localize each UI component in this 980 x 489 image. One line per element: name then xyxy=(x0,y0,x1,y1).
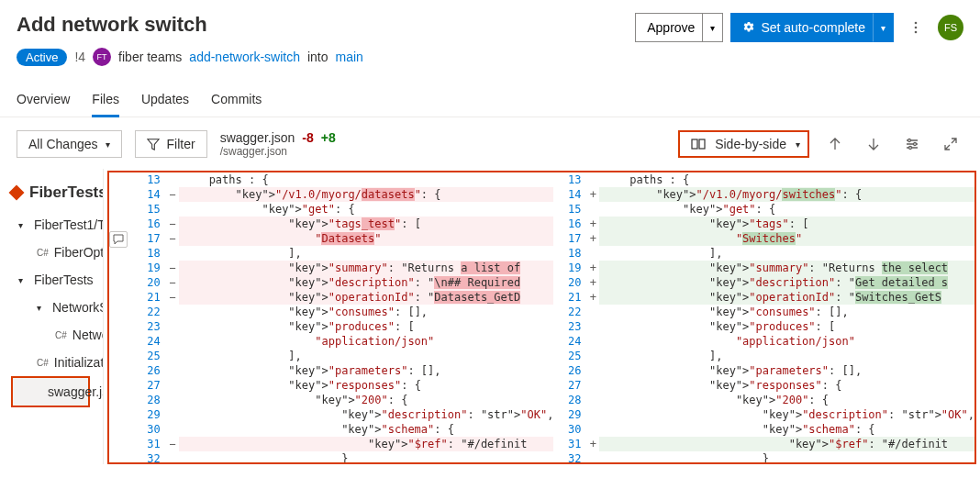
svg-point-7 xyxy=(909,147,912,150)
diff-line[interactable]: 18 ], xyxy=(553,246,974,261)
filter-button[interactable]: Filter xyxy=(135,130,207,158)
dots-icon xyxy=(908,20,923,35)
diff-line[interactable]: 13 paths : { xyxy=(133,172,554,187)
next-diff-button[interactable] xyxy=(861,131,886,157)
diff-line[interactable]: 22 "key">"consumes": [], xyxy=(553,305,974,319)
view-mode-dropdown[interactable]: Side-by-side ▾ xyxy=(678,130,809,158)
autocomplete-button-group[interactable]: Set auto-complete ▾ xyxy=(730,13,894,42)
expand-button[interactable] xyxy=(938,131,963,157)
diff-line[interactable]: 16− "key">"tags_test": [ xyxy=(133,217,554,231)
user-avatar[interactable]: FS xyxy=(938,15,963,40)
diff-line[interactable]: 17+ "Switches" xyxy=(553,231,974,246)
diff-line[interactable]: 30 "key">"schema": { xyxy=(133,422,554,437)
diff-right-pane[interactable]: 13 paths : {14+ "key">"/v1.0/myorg/switc… xyxy=(553,172,974,462)
diff-line[interactable]: 24 "application/json" xyxy=(133,334,554,349)
diff-line[interactable]: 14+ "key">"/v1.0/myorg/switches": { xyxy=(553,187,974,202)
gear-icon xyxy=(742,21,755,34)
diff-line[interactable]: 17− "Datasets" xyxy=(133,231,554,246)
diff-left-pane[interactable]: 13 paths : {14− "key">"/v1.0/myorg/datas… xyxy=(133,172,554,462)
chevron-down-icon: ▾ xyxy=(881,23,885,33)
diff-line[interactable]: 27 "key">"responses": { xyxy=(553,378,974,393)
diff-line[interactable]: 30 "key">"schema": { xyxy=(553,422,974,437)
diff-line[interactable]: 32 } xyxy=(133,451,554,462)
diff-line[interactable]: 28 "key">"200": { xyxy=(133,393,554,407)
diff-line[interactable]: 15 "key">"get": { xyxy=(553,202,974,217)
tree-label: swagger.json xyxy=(48,384,104,399)
csharp-icon: C# xyxy=(37,248,49,258)
tab-overview[interactable]: Overview xyxy=(17,84,70,117)
arrow-up-icon xyxy=(828,137,842,151)
approve-chevron[interactable]: ▾ xyxy=(702,13,723,42)
diff-line[interactable]: 24 "application/json" xyxy=(553,334,974,349)
tree-folder[interactable]: ▾ FiberTest1/Transceivers xyxy=(7,211,94,239)
diff-line[interactable]: 25 ], xyxy=(133,349,554,363)
project-name-label: FiberTests xyxy=(29,183,104,202)
diff-line[interactable]: 25 ], xyxy=(553,349,974,363)
more-actions-button[interactable] xyxy=(901,13,930,42)
file-summary: swagger.json -8 +8 /swagger.json xyxy=(220,130,336,158)
autocomplete-button[interactable]: Set auto-complete xyxy=(730,13,873,42)
diff-line[interactable]: 29 "key">"description": "str">"OK", xyxy=(133,407,554,422)
diff-line[interactable]: 31− "key">"$ref": "#/definit xyxy=(133,437,554,451)
svg-rect-3 xyxy=(692,139,697,149)
diff-viewer: 13 paths : {14− "key">"/v1.0/myorg/datas… xyxy=(109,172,974,462)
diff-line[interactable]: 15 "key">"get": { xyxy=(133,202,554,217)
diff-line[interactable]: 13 paths : { xyxy=(553,172,974,187)
chevron-down-icon: ▾ xyxy=(106,139,110,150)
filter-label: Filter xyxy=(167,137,195,151)
target-branch-link[interactable]: main xyxy=(336,50,363,64)
diff-line[interactable]: 23 "key">"produces": [ xyxy=(553,319,974,334)
prev-diff-button[interactable] xyxy=(822,131,848,157)
tab-commits[interactable]: Commits xyxy=(211,84,262,117)
diff-line[interactable]: 21− "key">"operationId": "Datasets_GetD xyxy=(133,290,554,305)
svg-point-5 xyxy=(908,139,911,142)
tree-file[interactable]: C# NetworkSwitch.cs + xyxy=(7,321,94,349)
autocomplete-chevron[interactable]: ▾ xyxy=(873,13,894,42)
tab-files[interactable]: Files xyxy=(92,84,119,117)
diff-line[interactable]: 26 "key">"parameters": [], xyxy=(133,363,554,378)
diff-line[interactable]: 28 "key">"200": { xyxy=(553,393,974,407)
tree-label: NetworkSwitch.cs xyxy=(72,328,104,342)
pr-number: !4 xyxy=(74,50,85,64)
diff-line[interactable]: 19+ "key">"summary": "Returns the select xyxy=(553,261,974,275)
csharp-icon: C# xyxy=(55,330,67,340)
into-label: into xyxy=(307,50,329,64)
file-tree-sidebar: FiberTests ▾ FiberTest1/Transceivers C# … xyxy=(0,169,104,464)
chevron-down-icon: ▾ xyxy=(18,220,23,230)
settings-button[interactable] xyxy=(899,131,925,157)
approve-button[interactable]: Approve xyxy=(635,13,702,42)
current-file-path: /swagger.json xyxy=(220,145,336,158)
tree-label: FiberOpticTransceiverTest.cs xyxy=(54,245,104,260)
tree-folder[interactable]: ▾ NetworkSwitches xyxy=(7,294,94,321)
tree-file-selected[interactable]: swagger.json xyxy=(11,376,90,407)
diff-line[interactable]: 23 "key">"produces": [ xyxy=(133,319,554,334)
diff-line[interactable]: 31+ "key">"$ref": "#/definit xyxy=(553,437,974,451)
tab-bar: Overview Files Updates Commits xyxy=(0,77,980,117)
diff-line[interactable]: 14− "key">"/v1.0/myorg/datasets": { xyxy=(133,187,554,202)
diff-line[interactable]: 21+ "key">"operationId": "Switches_GetS xyxy=(553,290,974,305)
diff-line[interactable]: 16+ "key">"tags": [ xyxy=(553,217,974,231)
diff-line[interactable]: 20− "key">"description": "\n## Required xyxy=(133,275,554,290)
tab-updates[interactable]: Updates xyxy=(141,84,189,117)
tree-folder[interactable]: ▾ FiberTests xyxy=(7,266,94,294)
source-branch-link[interactable]: add-network-switch xyxy=(189,50,300,64)
tree-file[interactable]: C# FiberOpticTransceiverTest.cs + xyxy=(7,239,94,266)
diff-line[interactable]: 29 "key">"description": "str">"OK", xyxy=(553,407,974,422)
diff-line[interactable]: 19− "key">"summary": "Returns a list of xyxy=(133,261,554,275)
page-title: Add network switch xyxy=(17,13,207,37)
tree-file[interactable]: C# Initialization.cs xyxy=(7,349,94,376)
comment-marker[interactable] xyxy=(109,231,128,248)
chevron-down-icon: ▾ xyxy=(37,303,41,313)
diff-line[interactable]: 32 } xyxy=(553,451,974,462)
diff-line[interactable]: 26 "key">"parameters": [], xyxy=(553,363,974,378)
chevron-down-icon: ▾ xyxy=(796,139,800,150)
diff-line[interactable]: 20+ "key">"description": "Get detailed s xyxy=(553,275,974,290)
diff-line[interactable]: 18 ], xyxy=(133,246,554,261)
diff-line[interactable]: 22 "key">"consumes": [], xyxy=(133,305,554,319)
changes-dropdown[interactable]: All Changes ▾ xyxy=(17,130,122,158)
chevron-down-icon: ▾ xyxy=(18,275,23,285)
approve-button-group[interactable]: Approve ▾ xyxy=(635,13,723,42)
project-header[interactable]: FiberTests xyxy=(11,183,104,202)
sliders-icon xyxy=(905,137,919,151)
diff-line[interactable]: 27 "key">"responses": { xyxy=(133,378,554,393)
